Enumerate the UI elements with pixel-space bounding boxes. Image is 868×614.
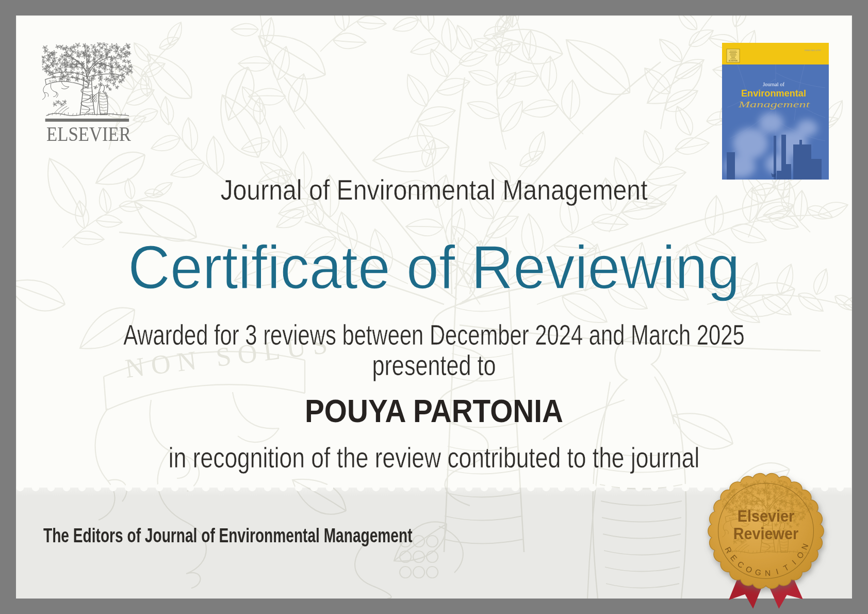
svg-text:Journal of: Journal of (763, 81, 784, 87)
svg-text:Reviewer: Reviewer (733, 525, 799, 542)
svg-text:ELSEVIER: ELSEVIER (729, 60, 738, 62)
svg-text:N: N (765, 569, 771, 577)
svg-text:Management: Management (738, 100, 811, 109)
svg-text:ISSN 0301-4797: ISSN 0301-4797 (805, 49, 821, 52)
svg-text:ELSEVIER: ELSEVIER (46, 122, 132, 146)
svg-text:Elsevier: Elsevier (738, 507, 795, 525)
svg-text:Environmental: Environmental (741, 88, 806, 99)
